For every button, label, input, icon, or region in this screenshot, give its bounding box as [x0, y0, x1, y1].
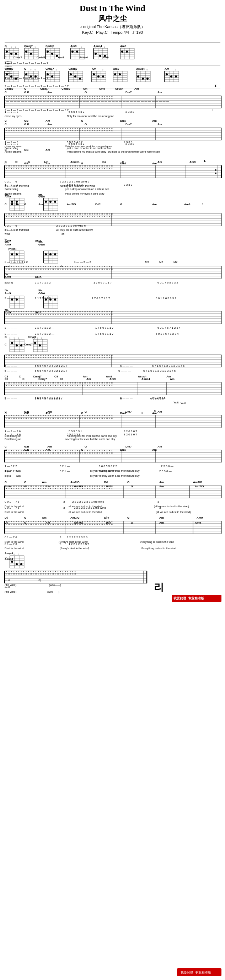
svg-text:Am: Am	[157, 123, 162, 126]
svg-point-305	[30, 75, 32, 78]
svg-text:I: I	[214, 84, 217, 88]
svg-point-352	[93, 73, 95, 75]
svg-text:2 3 3 6  —: 2 3 3 6 —	[159, 469, 172, 473]
svg-text:6 6 6 5 5 3 2 2: 6 6 6 5 5 3 2 2	[99, 465, 117, 468]
svg-text:Asus4: Asus4	[141, 377, 151, 380]
svg-text:C: C	[5, 480, 7, 484]
svg-text:Am: Am	[38, 203, 43, 206]
svg-text:× × × × × × × × × × × × × × × : × × × × × × × × × × × × × × × × × × × × …	[6, 384, 112, 387]
svg-point-821	[16, 563, 18, 565]
svg-point-504	[11, 200, 13, 203]
svg-text:5fr.: 5fr.	[5, 273, 9, 276]
svg-text:C: C	[22, 377, 25, 380]
svg-text:C: C	[5, 343, 7, 346]
svg-text:GB: GB	[24, 119, 29, 123]
svg-point-383	[137, 75, 139, 78]
svg-text:5  —  —  —: 5 — — —	[5, 364, 17, 368]
svg-text:3  —  —  —: 3 — — —	[5, 281, 17, 284]
svg-text:close   my  eyes: close my eyes	[5, 115, 22, 118]
svg-text:×: ×	[47, 68, 48, 71]
svg-text:○: ○	[56, 68, 57, 71]
svg-text:Don't  hang  on: Don't hang on	[5, 438, 21, 441]
svg-point-642	[20, 344, 22, 347]
svg-text:1 7 6 6 7 1 1 7: 1 7 6 6 7 1 1 7	[95, 326, 114, 329]
svg-text:C: C	[19, 375, 21, 378]
original-text: original The Kansas（堪萨斯乐队）	[83, 25, 145, 29]
svg-point-552	[16, 253, 18, 255]
svg-text:Am: Am	[170, 377, 174, 380]
svg-text:all your money won't a-no-ther: all your money won't a-no-ther minute bu…	[90, 474, 140, 477]
svg-text:3  —  3  — 3 4 3 2 2: 3 — 3 — 3 4 3 2 2	[5, 228, 28, 231]
svg-text:1  — 2  — 3  6: 1 — 2 — 3 6	[5, 430, 21, 433]
svg-text:C: C	[5, 123, 7, 126]
svg-text:Am: Am	[42, 516, 47, 519]
svg-text:6 7 1 6 7 1 2 3 1 2 3 1 4 6: 6 7 1 6 7 1 2 3 1 2 3 1 4 6	[143, 369, 176, 372]
svg-text:Am7/G: Am7/G	[70, 516, 79, 519]
svg-text:Am: Am	[152, 203, 157, 206]
song-meta: ♪ original The Kansas（堪萨斯乐队）	[3, 24, 222, 30]
svg-text:3  —  3  — 3  4 3 2 2: 3 — 3 — 3 4 3 2 2	[5, 260, 28, 264]
page: Dust In The Wind 风中之尘 ♪ original The Kan…	[0, 0, 225, 980]
song-title-english: Dust In The Wind	[3, 3, 222, 13]
play-label: Play:C	[96, 30, 107, 35]
svg-text:D#: D#	[104, 480, 108, 484]
svg-text:Dm7: Dm7	[120, 119, 127, 123]
svg-text:Am: Am	[157, 91, 162, 94]
svg-text:It: It	[141, 412, 143, 415]
svg-text:Am: Am	[152, 162, 157, 165]
svg-text:○: ○	[142, 68, 144, 71]
svg-text:Am: Am	[46, 119, 50, 123]
svg-text:3: 3	[63, 506, 65, 509]
svg-text:Don't  hang  on: Don't hang on	[5, 434, 21, 438]
svg-point-255	[95, 52, 97, 55]
svg-text:Only for mo-ment and the  mome: Only for mo-ment and the moment gone	[67, 115, 114, 118]
svg-text:Am: Am	[42, 480, 47, 484]
svg-point-400	[170, 75, 173, 78]
svg-text:Dust  in the wind: Dust in the wind	[5, 511, 24, 514]
svg-text:Am9: Am9	[5, 292, 11, 295]
svg-point-519	[49, 200, 52, 203]
svg-text:G: G	[85, 445, 87, 448]
svg-text:Am9: Am9	[196, 516, 203, 519]
svg-point-239	[71, 51, 74, 52]
svg-text:○: ○	[100, 46, 101, 48]
svg-text:(all we are is dust in the win: (all we are is dust in the wind)	[154, 505, 189, 508]
svg-text:Cmaj7: Cmaj7	[14, 56, 22, 59]
svg-text:3: 3	[63, 500, 65, 503]
svg-text:○: ○	[15, 46, 16, 48]
svg-point-640	[11, 342, 13, 344]
svg-text:○: ○	[35, 46, 36, 48]
svg-text:○: ○	[36, 337, 38, 339]
svg-text:0 0 1  — 7 6: 0 0 1 — 7 6	[5, 500, 19, 503]
svg-text:×: ×	[70, 68, 71, 71]
svg-text:Am: Am	[159, 485, 164, 488]
svg-text:○: ○	[74, 68, 76, 71]
svg-text:3: 3	[157, 500, 159, 503]
svg-text:G: G	[24, 516, 26, 519]
svg-text:2 3 3 3: 2 3 3 3	[125, 110, 135, 113]
svg-point-384	[142, 78, 144, 80]
svg-text:○: ○	[52, 68, 53, 71]
svg-text:1 2 2 2 2 2 3  5 6: 1 2 2 2 2 2 3 5 6	[67, 536, 87, 539]
svg-text:× × × × × × × × × × × × × × × : × × × × × × × × × × × × × × × × × × × × …	[6, 167, 112, 170]
svg-text:Dm7: Dm7	[125, 123, 132, 126]
svg-text:3  2  0  3  0  7: 3 2 0 3 0 7	[124, 430, 137, 433]
svg-point-256	[99, 55, 101, 57]
score-svg: text { font-family: 'Courier New', monos…	[3, 36, 222, 979]
svg-text:G: G	[24, 480, 26, 484]
svg-text:Am9: Am9	[189, 161, 196, 164]
svg-text:Am9: Am9	[195, 521, 201, 524]
svg-text:C: C	[5, 91, 7, 94]
svg-text:6  —  —  —: 6 — — —	[118, 369, 131, 372]
svg-text:Am: Am	[44, 161, 48, 164]
svg-text:5 5 5 5 4 3 2: 5 5 5 5 4 3 2	[68, 110, 85, 113]
svg-point-607	[45, 298, 47, 301]
svg-point-822	[20, 563, 22, 565]
svg-point-288	[15, 78, 17, 80]
svg-text:○: ○	[30, 46, 32, 48]
svg-text:Am: Am	[159, 480, 164, 484]
svg-text:2 1 7 7 1 2 2: 2 1 7 7 1 2 2	[35, 297, 51, 300]
svg-point-271	[126, 51, 128, 52]
svg-text:···: ···	[5, 556, 7, 559]
svg-text:×: ×	[166, 68, 167, 71]
